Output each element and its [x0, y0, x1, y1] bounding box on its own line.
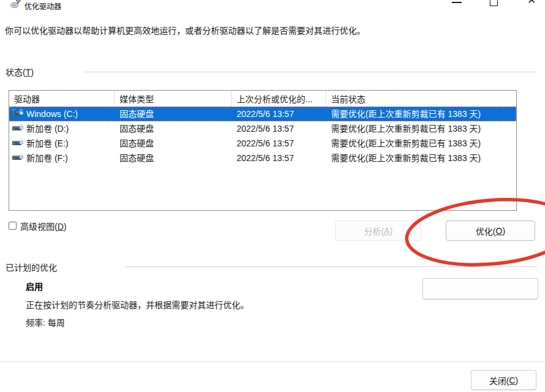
window-titlebar: 优化驱动器 ✕: [0, 0, 545, 16]
analyze-button[interactable]: 分析(A): [335, 221, 421, 241]
last-run: 2022/5/6 13:57: [232, 151, 326, 165]
column-header-drive[interactable]: 驱动器: [9, 91, 115, 107]
table-row-drive-c[interactable]: Windows (C:) 固态硬盘 2022/5/6 13:57 需要优化(距上…: [9, 107, 516, 121]
media-type: 固态硬盘: [115, 107, 232, 121]
defrag-app-icon: [10, 0, 21, 11]
drives-table: 驱动器 媒体类型 上次分析或优化的... 当前状态 Windows (C:): [9, 90, 517, 211]
media-type: 固态硬盘: [115, 151, 232, 165]
drive-icon: [12, 121, 24, 136]
drives-table-header: 驱动器 媒体类型 上次分析或优化的... 当前状态: [9, 91, 516, 107]
column-header-last[interactable]: 上次分析或优化的...: [232, 91, 326, 107]
optimize-button[interactable]: 优化(O): [446, 221, 535, 241]
scheduled-group-divider: [125, 266, 537, 267]
drive-status: 需要优化(距上次重新剪裁已有 1383 天): [326, 107, 516, 121]
last-run: 2022/5/6 13:57: [232, 107, 326, 121]
minimize-icon[interactable]: [452, 2, 462, 3]
drive-status: 需要优化(距上次重新剪裁已有 1383 天): [326, 136, 516, 151]
scheduled-state: 启用: [26, 280, 43, 292]
drive-name: Windows (C:): [26, 107, 78, 121]
table-row-drive-f[interactable]: 新加卷 (F:) 固态硬盘 2022/5/6 13:57 需要优化(距上次重新剪…: [9, 151, 516, 165]
drive-name: 新加卷 (D:): [26, 121, 69, 136]
change-settings-button[interactable]: [422, 278, 538, 300]
media-type: 固态硬盘: [115, 121, 232, 136]
advanced-view-checkbox[interactable]: [9, 222, 17, 230]
drive-name: 新加卷 (F:): [26, 151, 68, 165]
table-row-drive-e[interactable]: 新加卷 (E:) 固态硬盘 2022/5/6 13:57 需要优化(距上次重新剪…: [9, 136, 516, 151]
footer-divider: [0, 361, 545, 362]
scheduled-group-label: 已计划的优化: [6, 261, 57, 273]
window-close-icon[interactable]: ✕: [525, 0, 538, 6]
scheduled-description: 正在按计划的节奏分析驱动器，并根据需要对其进行优化。: [26, 298, 249, 311]
close-dialog-button[interactable]: 关闭(C): [471, 370, 536, 390]
last-run: 2022/5/6 13:57: [232, 136, 326, 151]
drive-status: 需要优化(距上次重新剪裁已有 1383 天): [326, 151, 516, 165]
drive-name: 新加卷 (E:): [26, 136, 68, 151]
windows-drive-icon: [12, 107, 24, 121]
drive-icon: [12, 151, 24, 165]
status-group-label: 状态(T): [6, 66, 34, 78]
status-group-divider: [84, 72, 537, 72]
maximize-icon[interactable]: [490, 0, 498, 6]
advanced-view-label[interactable]: 高级视图(D): [20, 220, 66, 232]
table-row-drive-d[interactable]: 新加卷 (D:) 固态硬盘 2022/5/6 13:57 需要优化(距上次重新剪…: [9, 121, 516, 136]
column-header-status[interactable]: 当前状态: [326, 91, 516, 107]
last-run: 2022/5/6 13:57: [232, 121, 326, 136]
drive-icon: [12, 136, 24, 151]
drive-status: 需要优化(距上次重新剪裁已有 1383 天): [326, 121, 516, 136]
scheduled-frequency: 频率: 每周: [26, 316, 65, 328]
media-type: 固态硬盘: [115, 136, 232, 151]
window-title: 优化驱动器: [25, 1, 61, 11]
column-header-media[interactable]: 媒体类型: [115, 91, 232, 107]
dialog-description: 你可以优化驱动器以帮助计算机更高效地运行，或者分析驱动器以了解是否需要对其进行优…: [5, 24, 539, 36]
